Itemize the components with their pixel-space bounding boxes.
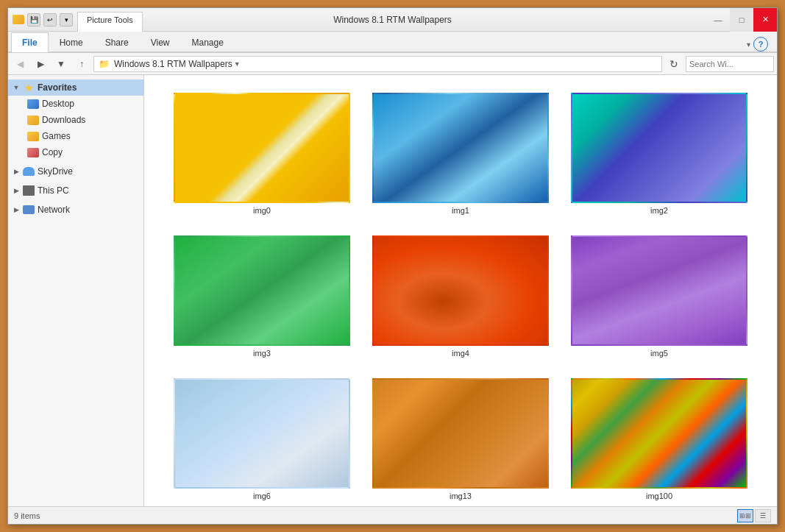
address-dropdown-arrow[interactable]: ▼ [232, 60, 242, 68]
image-grid: img0 img1 img2 img3 img4 [163, 82, 759, 506]
sidebar-network[interactable]: ▶ Network [8, 202, 143, 218]
copy-folder-icon [27, 146, 39, 158]
sidebar-favorites[interactable]: ▼ ★ Favorites [8, 79, 143, 96]
ribbon-expand-btn[interactable]: ▾ [744, 40, 753, 49]
explorer-window: 💾 ↩ ▾ Picture Tools Windows 8.1 RTM Wall… [7, 7, 778, 525]
desktop-folder-icon [27, 98, 39, 110]
quick-access-undo[interactable]: ↩ [43, 13, 57, 26]
thispc-icon [23, 185, 35, 196]
img1-thumbnail [372, 93, 549, 203]
status-bar: 9 items ⊞⊞ ☰ [8, 506, 777, 524]
skydrive-expand: ▶ [13, 168, 20, 175]
img0-label: img0 [253, 206, 271, 215]
forward-button[interactable]: ▶ [32, 55, 49, 73]
list-item[interactable]: img2 [567, 90, 751, 218]
quick-access-save[interactable]: 💾 [27, 13, 40, 26]
tab-view[interactable]: View [140, 32, 181, 52]
title-bar: 💾 ↩ ▾ Picture Tools Windows 8.1 RTM Wall… [8, 8, 777, 32]
favorites-section: ▼ ★ Favorites Desktop D [8, 78, 143, 162]
sidebar-item-games[interactable]: Games [23, 128, 143, 144]
thispc-label: This PC [38, 185, 69, 196]
sidebar-item-desktop[interactable]: Desktop [23, 96, 143, 112]
img0-thumbnail [174, 93, 350, 203]
sidebar: ▼ ★ Favorites Desktop D [8, 75, 144, 506]
help-button[interactable]: ? [753, 37, 768, 52]
img3-label: img3 [253, 349, 271, 358]
ribbon: File Home Share View Manage ▾ ? [8, 32, 777, 53]
sidebar-skydrive[interactable]: ▶ SkyDrive [8, 163, 143, 180]
img3-thumbnail [174, 235, 350, 346]
network-expand: ▶ [13, 206, 20, 213]
recent-locations-button[interactable]: ▼ [52, 55, 70, 73]
thispc-expand: ▶ [13, 187, 20, 194]
skydrive-label: SkyDrive [38, 166, 73, 177]
list-item[interactable]: img0 [170, 90, 354, 218]
close-button[interactable]: ✕ [753, 8, 777, 32]
skydrive-section: ▶ SkyDrive [8, 162, 143, 181]
items-count: 9 items [14, 511, 40, 520]
minimize-button[interactable]: — [706, 8, 730, 32]
picture-tools-tab[interactable]: Picture Tools [77, 12, 143, 32]
view-buttons: ⊞⊞ ☰ [737, 509, 771, 522]
img2-label: img2 [650, 206, 668, 215]
address-path[interactable]: 📁 Windows 8.1 RTM Wallpapers ▼ [93, 56, 662, 72]
favorites-star-icon: ★ [23, 82, 35, 93]
img13-label: img13 [450, 492, 472, 500]
network-section: ▶ Network [8, 200, 143, 219]
network-icon [23, 204, 35, 216]
picture-tools-label: Picture Tools [87, 15, 133, 24]
tab-file[interactable]: File [11, 32, 49, 52]
path-text: Windows 8.1 RTM Wallpapers [114, 59, 232, 69]
main-content: ▼ ★ Favorites Desktop D [8, 75, 777, 506]
list-item[interactable]: img1 [369, 90, 553, 218]
games-folder-icon [27, 130, 39, 142]
app-icon [13, 14, 24, 26]
img4-label: img4 [452, 349, 469, 358]
img6-thumbnail [174, 378, 350, 489]
list-item[interactable]: img4 [369, 233, 553, 361]
img1-label: img1 [452, 206, 469, 215]
sidebar-item-copy[interactable]: Copy [23, 144, 143, 160]
favorites-subitems: Desktop Downloads Games [8, 96, 143, 160]
img5-label: img5 [650, 349, 668, 358]
up-button[interactable]: ↑ [73, 55, 90, 73]
ribbon-tabs: File Home Share View Manage ▾ ? [8, 32, 777, 52]
list-item[interactable]: img5 [567, 233, 751, 361]
list-item[interactable]: img6 [170, 375, 354, 503]
desktop-label: Desktop [42, 99, 74, 109]
search-box[interactable]: 🔍 [686, 56, 774, 72]
copy-label: Copy [42, 147, 63, 157]
games-label: Games [42, 131, 71, 141]
search-input[interactable] [689, 60, 785, 68]
sidebar-item-downloads[interactable]: Downloads [23, 112, 143, 128]
img100-label: img100 [646, 492, 672, 500]
favorites-expand: ▼ [13, 84, 20, 91]
network-label: Network [38, 205, 70, 215]
tab-share[interactable]: Share [94, 32, 140, 52]
skydrive-icon [23, 166, 35, 177]
favorites-label: Favorites [38, 82, 77, 93]
img4-thumbnail [372, 235, 549, 346]
large-icons-view-button[interactable]: ⊞⊞ [737, 509, 753, 522]
back-button[interactable]: ◀ [11, 55, 29, 73]
sidebar-thispc[interactable]: ▶ This PC [8, 182, 143, 199]
list-item[interactable]: img3 [170, 233, 354, 361]
quick-access-dropdown[interactable]: ▾ [60, 13, 73, 26]
title-bar-left: 💾 ↩ ▾ [8, 8, 77, 31]
downloads-label: Downloads [42, 115, 85, 125]
list-item[interactable]: img13 [369, 375, 553, 503]
downloads-folder-icon [27, 114, 39, 126]
thispc-section: ▶ This PC [8, 181, 143, 200]
img100-thumbnail [571, 378, 747, 489]
refresh-button[interactable]: ↻ [665, 55, 683, 73]
path-icon: 📁 [99, 59, 110, 69]
list-item[interactable]: img100 [567, 375, 751, 503]
address-bar: ◀ ▶ ▼ ↑ 📁 Windows 8.1 RTM Wallpapers ▼ ↻… [8, 53, 777, 75]
img2-thumbnail [571, 93, 747, 203]
tab-manage[interactable]: Manage [181, 32, 235, 52]
details-view-button[interactable]: ☰ [755, 509, 771, 522]
file-area: img0 img1 img2 img3 img4 [144, 75, 777, 506]
tab-home[interactable]: Home [49, 32, 94, 52]
maximize-button[interactable]: □ [730, 8, 753, 32]
img5-thumbnail [571, 235, 747, 346]
